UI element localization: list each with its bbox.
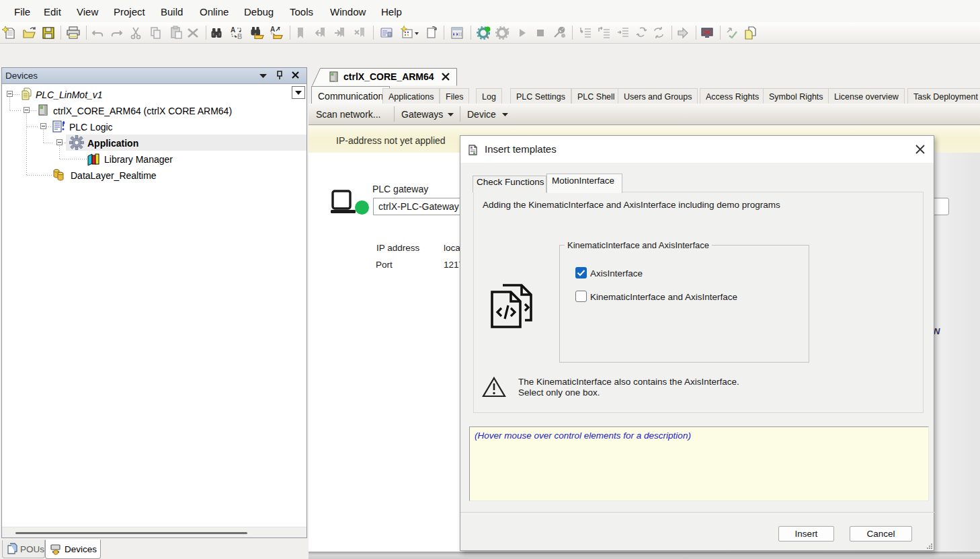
svg-text:A: A: [270, 26, 275, 33]
svg-text:A: A: [231, 26, 235, 34]
svg-text:B: B: [237, 33, 242, 40]
